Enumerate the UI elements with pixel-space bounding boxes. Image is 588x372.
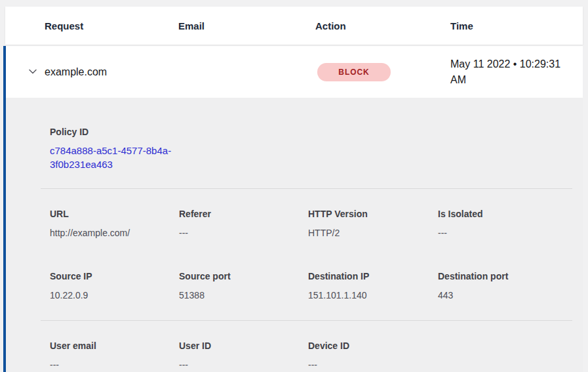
- field-value: 51388: [179, 289, 308, 302]
- log-detail-panel: Policy ID c784a888-a5c1-4577-8b4a-3f0b23…: [3, 98, 583, 372]
- divider: [41, 320, 572, 321]
- field-url: URL http://example.com/: [50, 207, 179, 239]
- field-referer: Referer ---: [179, 207, 308, 239]
- field-label: Destination port: [438, 270, 567, 283]
- field-user-id: User ID ---: [179, 339, 308, 371]
- field-source-ip: Source IP 10.22.0.9: [50, 270, 179, 302]
- column-header-action: Action: [315, 20, 450, 31]
- field-device-id: Device ID ---: [308, 339, 438, 371]
- field-label: Source port: [179, 270, 308, 283]
- gateway-log-table: Request Email Action Time example.com BL…: [5, 7, 583, 372]
- expander-cell: [6, 65, 45, 79]
- field-value: ---: [179, 226, 308, 239]
- field-user-email: User email ---: [50, 339, 179, 371]
- detail-fields-row-1: URL http://example.com/ Referer --- HTTP…: [50, 207, 567, 239]
- field-label: Destination IP: [308, 270, 438, 283]
- field-label: User ID: [179, 339, 308, 352]
- field-destination-ip: Destination IP 151.101.1.140: [308, 270, 438, 302]
- request-domain: example.com: [45, 66, 178, 78]
- field-label: User email: [50, 339, 179, 352]
- field-label: Referer: [179, 207, 308, 220]
- detail-fields-row-3: User email --- User ID --- Device ID ---: [50, 339, 567, 371]
- policy-id-link[interactable]: c784a888-a5c1-4577-8b4a-3f0b231ea463: [50, 144, 184, 171]
- table-header-row: Request Email Action Time: [5, 7, 583, 45]
- log-row[interactable]: example.com BLOCK May 11 2022 • 10:29:31…: [3, 46, 583, 98]
- column-header-time: Time: [450, 20, 583, 31]
- row-expander-button[interactable]: [26, 65, 39, 78]
- column-header-email: Email: [178, 20, 315, 31]
- field-label: Device ID: [308, 339, 438, 352]
- field-value: ---: [50, 358, 179, 371]
- divider: [41, 188, 572, 189]
- field-destination-port: Destination port 443: [438, 270, 567, 302]
- field-value: 443: [438, 289, 567, 302]
- field-source-port: Source port 51388: [179, 270, 308, 302]
- action-block-badge: BLOCK: [317, 63, 391, 81]
- field-http-version: HTTP Version HTTP/2: [308, 207, 438, 239]
- column-header-request: Request: [45, 20, 178, 31]
- field-label: HTTP Version: [308, 207, 438, 220]
- field-value: ---: [308, 358, 438, 371]
- detail-fields-row-2: Source IP 10.22.0.9 Source port 51388 De…: [50, 270, 567, 302]
- time-value: May 11 2022 • 10:29:31 AM: [450, 56, 583, 88]
- field-label: URL: [50, 207, 179, 220]
- field-value: http://example.com/: [50, 226, 179, 239]
- action-cell: BLOCK: [315, 63, 450, 81]
- field-value: ---: [179, 358, 308, 371]
- policy-id-label: Policy ID: [50, 125, 567, 138]
- field-value: 10.22.0.9: [50, 289, 179, 302]
- field-is-isolated: Is Isolated ---: [438, 207, 567, 239]
- field-value: ---: [438, 226, 567, 239]
- chevron-down-icon: [28, 66, 38, 77]
- field-label: Is Isolated: [438, 207, 567, 220]
- field-value: HTTP/2: [308, 226, 438, 239]
- field-label: Source IP: [50, 270, 179, 283]
- field-value: 151.101.1.140: [308, 289, 438, 302]
- policy-id-section: Policy ID c784a888-a5c1-4577-8b4a-3f0b23…: [50, 125, 567, 171]
